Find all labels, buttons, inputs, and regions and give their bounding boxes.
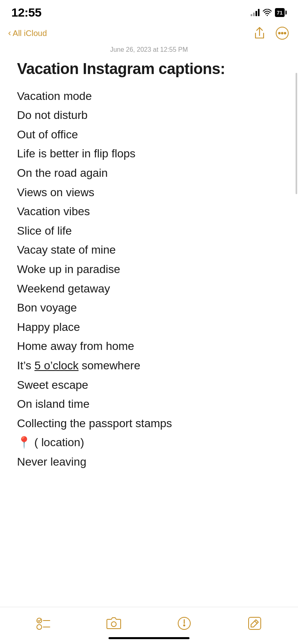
note-content: Vacation Instagram captions: Vacation mo… [0, 60, 298, 520]
list-item: Home away from home [17, 337, 281, 356]
back-button[interactable]: ‹ All iCloud [8, 29, 47, 38]
note-date: June 26, 2023 at 12:55 PM [0, 44, 298, 60]
list-item: Do not disturb [17, 106, 281, 125]
list-item: Vacay state of mine [17, 240, 281, 260]
list-item: Collecting the passport stamps [17, 414, 281, 433]
list-item: On island time [17, 394, 281, 414]
signal-icon [251, 9, 260, 16]
compose-button[interactable] [243, 614, 267, 633]
list-item: Life is better in flip flops [17, 144, 281, 163]
list-item: Views on views [17, 183, 281, 202]
list-item: Out of office [17, 125, 281, 144]
nav-actions [252, 25, 290, 41]
svg-point-9 [111, 622, 116, 627]
list-item: Woke up in paradise [17, 260, 281, 279]
status-bar: 12:55 71 [0, 0, 298, 22]
list-item: Vacation mode [17, 87, 281, 106]
list-item: Happy place [17, 318, 281, 337]
battery-level: 71 [277, 10, 283, 16]
status-icons: 71 [251, 8, 287, 17]
bottom-toolbar [0, 607, 298, 644]
share-button[interactable] [252, 25, 267, 41]
list-item: On the road again [17, 163, 281, 183]
back-label: All iCloud [13, 29, 47, 38]
chevron-left-icon: ‹ [8, 29, 11, 38]
status-time: 12:55 [11, 6, 41, 19]
svg-line-13 [255, 621, 257, 623]
svg-point-5 [37, 618, 42, 623]
underlined-text: 5 o’clock [34, 359, 79, 372]
svg-rect-12 [249, 617, 261, 629]
list-item: It’s 5 o’clock somewhere [17, 356, 281, 375]
list-item: Vacation vibes [17, 202, 281, 221]
battery-indicator: 71 [275, 8, 287, 17]
note-list: Vacation mode Do not disturb Out of offi… [17, 87, 281, 472]
svg-point-0 [266, 15, 268, 16]
nav-bar: ‹ All iCloud [0, 22, 298, 44]
camera-button[interactable] [102, 614, 126, 633]
list-item: Weekend getaway [17, 279, 281, 299]
list-item: Sweet escape [17, 375, 281, 395]
home-indicator [109, 637, 189, 639]
markup-button[interactable] [172, 614, 196, 633]
svg-point-7 [37, 625, 42, 629]
scrollbar[interactable] [296, 73, 297, 194]
svg-point-2 [279, 32, 280, 34]
note-title: Vacation Instagram captions: [17, 60, 281, 78]
toolbar-items [0, 614, 298, 633]
svg-point-3 [281, 32, 283, 34]
list-item: 📍 ( location) [17, 433, 281, 452]
svg-point-4 [284, 32, 286, 34]
svg-point-11 [184, 625, 185, 626]
checklist-button[interactable] [31, 614, 55, 633]
list-item: Bon voyage [17, 298, 281, 318]
more-button[interactable] [275, 25, 290, 41]
wifi-icon [263, 9, 272, 16]
list-item: Slice of life [17, 221, 281, 241]
list-item: Never leaving [17, 452, 281, 472]
